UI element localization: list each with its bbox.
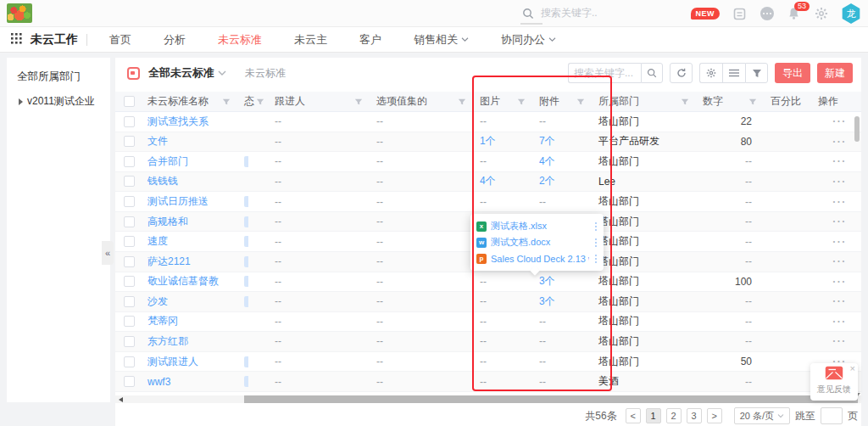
create-button[interactable]: 新建: [817, 63, 853, 83]
attachments-count[interactable]: 3个: [539, 274, 555, 289]
column-filter-icon[interactable]: [458, 98, 466, 106]
row-checkbox[interactable]: [124, 356, 135, 367]
row-checkbox[interactable]: [124, 256, 135, 267]
scroll-left-arrow-icon[interactable]: [119, 397, 123, 402]
column-filter-icon[interactable]: [748, 98, 757, 106]
record-link[interactable]: 合并部门: [147, 154, 188, 169]
file-actions-button[interactable]: [593, 237, 598, 249]
column-filter-icon[interactable]: [517, 98, 526, 106]
page-size-select[interactable]: 20 条/页: [734, 407, 790, 424]
record-link[interactable]: 东方红郡: [147, 334, 188, 349]
record-link[interactable]: wwf3: [147, 376, 170, 388]
attachment-item[interactable]: pSales Cloud Deck 2.13 with s...: [476, 250, 598, 266]
row-checkbox[interactable]: [124, 236, 135, 247]
record-link[interactable]: 高规格和: [147, 215, 188, 229]
row-checkbox[interactable]: [124, 316, 135, 327]
column-filter-icon[interactable]: [681, 98, 689, 106]
record-link[interactable]: 钱钱钱: [147, 174, 178, 188]
record-link[interactable]: 速度: [147, 234, 168, 249]
row-checkbox[interactable]: [124, 376, 135, 387]
table-row[interactable]: 东方红郡--------塔山部门--···: [115, 332, 861, 352]
page-button-1[interactable]: 1: [646, 408, 661, 423]
refresh-button[interactable]: [670, 63, 693, 83]
record-link[interactable]: 萨达2121: [147, 255, 191, 269]
record-link[interactable]: 测试跟进人: [147, 355, 198, 369]
nav-tab-未云主[interactable]: 未云主: [284, 27, 337, 53]
row-checkbox[interactable]: [124, 116, 135, 127]
row-checkbox[interactable]: [124, 296, 135, 307]
nav-tab-客户[interactable]: 客户: [349, 27, 392, 53]
nav-tab-未云标准[interactable]: 未云标准: [208, 27, 272, 53]
nav-tab-首页[interactable]: 首页: [99, 27, 142, 53]
page-button-3[interactable]: 3: [687, 408, 702, 423]
attachments-count[interactable]: 2个: [539, 174, 555, 188]
column-filter-icon[interactable]: [256, 98, 264, 106]
messages-icon[interactable]: [760, 7, 774, 21]
row-checkbox[interactable]: [124, 216, 135, 227]
row-checkbox[interactable]: [124, 136, 135, 147]
filter-funnel-button[interactable]: [745, 63, 768, 83]
row-checkbox[interactable]: [124, 156, 135, 167]
nav-tab-销售相关[interactable]: 销售相关: [403, 27, 479, 53]
column-filter-icon[interactable]: [354, 98, 363, 106]
record-link[interactable]: 测试日历推送: [147, 194, 209, 209]
chevron-down-icon[interactable]: [218, 67, 226, 79]
feedback-widget[interactable]: × 意见反馈: [810, 363, 858, 401]
settings-gear-icon[interactable]: [814, 7, 828, 21]
row-checkbox[interactable]: [124, 196, 135, 207]
table-row[interactable]: 沙发------3个塔山部门--···: [115, 292, 861, 312]
nav-tab-协同办公[interactable]: 协同办公: [491, 27, 566, 53]
table-row[interactable]: 敬业诚信基督教------3个塔山部门100···: [115, 272, 861, 293]
tree-expand-icon[interactable]: [19, 98, 23, 105]
close-icon[interactable]: ×: [850, 364, 855, 373]
page-button-2[interactable]: 2: [666, 408, 682, 423]
export-button[interactable]: 导出: [775, 63, 810, 83]
select-all-checkbox[interactable]: [124, 96, 135, 107]
horizontal-scrollbar-thumb[interactable]: [244, 395, 858, 403]
column-filter-icon[interactable]: [222, 98, 231, 106]
row-checkbox[interactable]: [124, 336, 135, 347]
list-view-button[interactable]: [722, 63, 745, 83]
list-search-button[interactable]: [641, 63, 663, 83]
row-checkbox[interactable]: [124, 176, 135, 187]
record-link[interactable]: 文件: [147, 134, 168, 149]
app-grid-icon[interactable]: [11, 33, 22, 47]
notes-icon[interactable]: [732, 7, 747, 21]
table-row[interactable]: 文件----1个7个平台产品研发80···: [115, 132, 861, 153]
list-search-input[interactable]: [568, 63, 641, 83]
table-row[interactable]: 测试跟进人--------塔山部门50···: [115, 352, 861, 373]
table-settings-gear-button[interactable]: [699, 63, 722, 83]
table-row[interactable]: wwf3--------美酒--···: [115, 372, 861, 392]
view-title[interactable]: 全部未云标准: [148, 65, 214, 81]
next-page-button[interactable]: >: [707, 408, 722, 423]
record-link[interactable]: 沙发: [147, 294, 168, 309]
sidebar-tree-item-company[interactable]: v2011测试企业: [7, 84, 110, 109]
file-actions-button[interactable]: [593, 253, 598, 265]
nav-tab-分析[interactable]: 分析: [153, 27, 196, 53]
vertical-scrollbar[interactable]: [854, 114, 860, 394]
pictures-count[interactable]: 1个: [480, 134, 496, 149]
user-avatar[interactable]: 龙: [841, 3, 861, 24]
prev-page-button[interactable]: <: [626, 408, 641, 423]
sidebar-collapse-handle[interactable]: «: [102, 241, 114, 265]
table-row[interactable]: 测试日历推送--------塔山部门--···: [115, 192, 861, 212]
jump-page-input[interactable]: [821, 407, 843, 424]
record-link[interactable]: 敬业诚信基督教: [147, 274, 219, 289]
table-row[interactable]: 钱钱钱----4个2个Lee--···: [115, 172, 861, 193]
pictures-count[interactable]: 4个: [480, 174, 496, 188]
table-row[interactable]: 测试查找关系--------塔山部门22···: [115, 112, 861, 132]
record-link[interactable]: 测试查找关系: [147, 115, 209, 129]
attachments-count[interactable]: 3个: [539, 294, 555, 309]
row-checkbox[interactable]: [124, 276, 135, 287]
attachments-count[interactable]: 4个: [539, 154, 555, 169]
vertical-scrollbar-thumb[interactable]: [854, 116, 860, 142]
table-row[interactable]: 合并部门------4个塔山部门--···: [115, 152, 861, 172]
attachment-item[interactable]: x测试表格.xlsx: [476, 218, 598, 234]
horizontal-scrollbar[interactable]: [115, 395, 861, 403]
attachment-item[interactable]: w测试文档.docx: [476, 234, 598, 250]
notifications-bell-icon[interactable]: 53: [787, 7, 801, 21]
table-row[interactable]: 梵蒂冈--------塔山部门--···: [115, 312, 861, 333]
record-link[interactable]: 梵蒂冈: [147, 314, 178, 328]
attachments-count[interactable]: 7个: [539, 134, 555, 149]
global-search[interactable]: 搜索关键字..: [522, 6, 598, 20]
